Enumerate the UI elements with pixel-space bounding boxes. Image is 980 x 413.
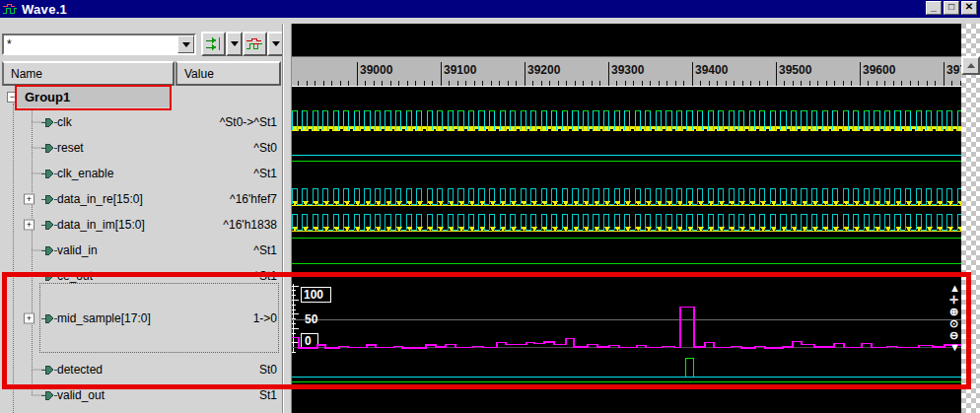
signal-row-clk[interactable]: clk^St0->^St1 (0, 109, 282, 135)
signal-name: clk_enable (57, 167, 113, 180)
panel-splitter[interactable] (282, 24, 292, 413)
signal-port-icon (41, 143, 57, 153)
svg-text:397: 397 (946, 63, 961, 77)
wave-app-icon (2, 2, 18, 16)
svg-text:39000: 39000 (360, 63, 393, 77)
svg-text:39600: 39600 (863, 63, 896, 77)
wave-window: { "window": { "title": "Wave.1", "contro… (0, 0, 980, 413)
signal-value: St0 (259, 363, 277, 377)
signal-name: clk (57, 115, 72, 129)
svg-text:39400: 39400 (695, 63, 729, 77)
signal-row-detected[interactable]: detectedSt0 (0, 357, 282, 382)
signal-name: ce_out (57, 269, 93, 283)
ruler-canvas: 39000391003920039300394003950039600397 (292, 57, 961, 87)
signal-port-icon (41, 194, 57, 204)
signal-value: ^St0->^St1 (220, 115, 277, 129)
signal-name: data_in_re[15:0] (57, 192, 143, 206)
signal-row-data_in_re150[interactable]: +data_in_re[15:0]^16'hfef7 (0, 186, 282, 212)
waveform-canvas: 100500▲✛⊕⊙⊖▼ (292, 87, 961, 413)
window-title: Wave.1 (22, 2, 67, 17)
expand-toggle[interactable]: + (24, 220, 35, 231)
signal-port-icon (41, 390, 57, 400)
svg-text:50: 50 (305, 312, 318, 326)
minimize-button[interactable]: _ (926, 1, 942, 15)
timeline-ruler[interactable]: 39000391003920039300394003950039600397 (292, 56, 961, 87)
signal-row-valid_out[interactable]: valid_outSt1 (0, 382, 282, 408)
waveform-area[interactable]: 100500▲✛⊕⊙⊖▼ (292, 87, 961, 413)
scroll-up-button[interactable] (961, 56, 980, 75)
signal-tree: − Group1 clk^St0->^St1reset^St0clk_enabl… (0, 24, 282, 413)
signal-value: ^16'hfef7 (230, 192, 277, 206)
analog-scroll-down-icon[interactable]: ▼ (949, 341, 960, 353)
wave-detected-pulse (685, 358, 693, 377)
analog-zoom-in-icon[interactable]: ⊕ (949, 306, 958, 317)
signal-port-icon (41, 117, 57, 127)
arrow-up-icon (967, 59, 975, 68)
analog-pan-icon[interactable]: ✛ (949, 294, 958, 306)
wave-mid_sample (292, 308, 961, 349)
group-label: Group1 (25, 90, 70, 104)
signal-name: valid_out (57, 388, 105, 402)
signal-row-reset[interactable]: reset^St0 (0, 135, 282, 161)
expand-toggle[interactable]: + (24, 312, 35, 323)
svg-text:39500: 39500 (779, 63, 812, 77)
signal-port-icon (41, 245, 57, 255)
group-row[interactable]: Group1 (17, 87, 170, 107)
signal-name: mid_sample[17:0] (57, 311, 151, 325)
analog-zoom-out-icon[interactable]: ⊖ (949, 329, 958, 341)
signal-value: ^St1 (253, 243, 277, 257)
signal-value: ^St1 (253, 269, 277, 283)
title-bar[interactable]: Wave.1 _ □ ✕ (0, 0, 980, 18)
svg-text:0: 0 (305, 334, 312, 348)
signal-name: data_in_im[15:0] (57, 218, 145, 232)
signal-value: 1->0 (253, 311, 277, 325)
signal-row-clk_enable[interactable]: clk_enable^St1 (0, 161, 282, 186)
signal-value: ^16'h1838 (223, 218, 277, 232)
signal-value: ^St0 (253, 141, 277, 155)
analog-scroll-up-icon[interactable]: ▲ (949, 282, 960, 294)
analog-zoom-full-icon[interactable]: ⊙ (949, 317, 958, 329)
signal-port-icon (41, 271, 57, 281)
signal-name: valid_in (57, 243, 98, 257)
signal-panel: Name Value − Group1 clk^St0->^St1reset^S… (0, 24, 282, 413)
signal-name: detected (57, 363, 103, 377)
signal-name: reset (57, 141, 84, 155)
close-button[interactable]: ✕ (961, 1, 977, 15)
signal-row-valid_in[interactable]: valid_in^St1 (0, 238, 282, 263)
signal-port-icon (41, 313, 57, 323)
signal-value: St1 (259, 388, 277, 402)
transparency-checker-strip (961, 24, 980, 413)
svg-text:39300: 39300 (611, 63, 645, 77)
signal-port-icon (41, 220, 57, 230)
svg-text:39200: 39200 (527, 63, 561, 77)
signal-row-mid_sample170[interactable]: +mid_sample[17:0]1->0 (0, 283, 282, 353)
signal-port-icon (41, 169, 57, 178)
svg-text:100: 100 (304, 288, 323, 302)
svg-text:39100: 39100 (444, 63, 477, 77)
expand-toggle[interactable]: + (24, 194, 35, 205)
signal-port-icon (41, 365, 57, 375)
signal-row-data_in_im150[interactable]: +data_in_im[15:0]^16'h1838 (0, 212, 282, 238)
signal-value: ^St1 (253, 167, 277, 180)
maximize-button[interactable]: □ (944, 1, 959, 15)
